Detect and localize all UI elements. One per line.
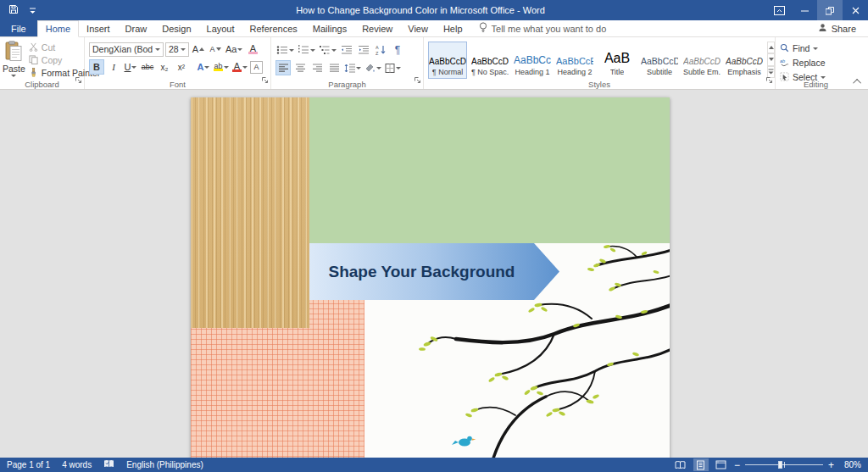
paragraph-dialog-launcher[interactable] <box>414 72 421 87</box>
ribbon-display-options-button[interactable] <box>766 0 792 20</box>
wood-texture-image[interactable] <box>191 97 309 328</box>
zoom-slider[interactable] <box>745 458 823 471</box>
align-center-button[interactable] <box>292 60 308 75</box>
change-case-button[interactable]: Aa <box>225 42 243 57</box>
strikethrough-button[interactable]: abc <box>140 59 155 75</box>
bold-button[interactable]: B <box>89 59 104 75</box>
clipboard-group-label: Clipboard <box>0 80 84 89</box>
font-dialog-launcher[interactable] <box>261 72 269 87</box>
tab-help[interactable]: Help <box>436 20 470 36</box>
customize-quick-access-icon[interactable] <box>29 3 36 18</box>
branch-illustration-top[interactable] <box>559 243 670 300</box>
scroll-down-arrow-icon <box>769 58 774 61</box>
tab-home[interactable]: Home <box>37 20 79 37</box>
zoom-slider-thumb[interactable] <box>778 461 782 469</box>
zoom-in-button[interactable]: + <box>828 459 834 471</box>
tab-file[interactable]: File <box>0 20 37 36</box>
text-effects-dropdown-arrow-icon <box>204 66 209 69</box>
subscript-button[interactable]: x₂ <box>157 59 172 75</box>
style-title[interactable]: AaB Title <box>598 42 637 79</box>
replace-label: Replace <box>793 58 826 68</box>
minimize-button[interactable] <box>792 0 817 20</box>
style-heading-1[interactable]: AaBbCc Heading 1 <box>513 42 552 79</box>
clear-formatting-button[interactable]: A <box>245 42 260 57</box>
style-emphasis[interactable]: AaBbCcDd Emphasis <box>725 42 764 79</box>
read-mode-button[interactable] <box>673 458 688 471</box>
paste-button[interactable]: Paste <box>3 39 25 79</box>
tab-insert[interactable]: Insert <box>79 20 118 36</box>
underline-button[interactable]: U <box>123 59 138 75</box>
quick-access-toolbar <box>0 3 75 18</box>
justify-button[interactable] <box>326 60 342 75</box>
close-button[interactable] <box>843 0 868 20</box>
cut-label: Cut <box>42 42 55 53</box>
document-area: Shape Your Background <box>0 90 868 458</box>
tell-me-box[interactable]: Tell me what you want to do <box>479 20 607 36</box>
zoom-level[interactable]: 80% <box>839 460 861 469</box>
find-button[interactable]: Find <box>780 42 852 54</box>
font-color-button[interactable]: A <box>231 59 248 75</box>
zoom-out-button[interactable]: − <box>734 459 740 471</box>
superscript-button[interactable]: x² <box>174 59 189 75</box>
numbering-button[interactable] <box>297 42 316 58</box>
styles-scroll-up-button[interactable] <box>767 42 775 53</box>
text-highlight-button[interactable]: ab <box>213 59 230 75</box>
sort-button[interactable]: AZ <box>373 42 388 58</box>
style-no-spacing[interactable]: AaBbCcDd ¶ No Spac... <box>470 42 509 79</box>
line-spacing-dropdown-arrow-icon <box>356 67 361 69</box>
styles-scroll-down-button[interactable] <box>767 53 775 65</box>
print-layout-button[interactable] <box>693 458 709 471</box>
styles-dialog-launcher[interactable] <box>765 72 773 87</box>
text-effects-button[interactable]: A <box>196 59 211 75</box>
grow-font-arrow-icon <box>199 47 204 51</box>
word-count[interactable]: 4 words <box>62 460 92 469</box>
decrease-indent-button[interactable] <box>339 42 354 58</box>
tab-draw[interactable]: Draw <box>118 20 155 36</box>
find-magnifier-icon <box>780 43 789 54</box>
share-button[interactable]: Share <box>818 20 856 36</box>
grow-font-button[interactable]: A <box>191 42 206 57</box>
web-layout-button[interactable] <box>714 458 729 471</box>
page-indicator[interactable]: Page 1 of 1 <box>7 460 50 469</box>
show-hide-formatting-button[interactable]: ¶ <box>390 42 405 58</box>
multilevel-list-button[interactable] <box>318 42 337 58</box>
line-spacing-button[interactable] <box>343 60 362 75</box>
proofing-status-icon[interactable] <box>103 459 114 470</box>
document-page[interactable]: Shape Your Background <box>191 97 670 458</box>
blue-bird-illustration <box>452 436 476 447</box>
italic-button[interactable]: I <box>106 59 121 75</box>
save-icon[interactable] <box>8 3 19 18</box>
replace-button[interactable]: ab Replace <box>780 57 852 69</box>
branch-illustration-bottom[interactable] <box>364 300 670 458</box>
font-size-combobox[interactable]: 28 <box>165 42 189 57</box>
tab-design[interactable]: Design <box>154 20 198 36</box>
scroll-up-arrow-icon <box>769 46 774 49</box>
borders-button[interactable] <box>384 60 402 75</box>
collapse-ribbon-button[interactable] <box>852 76 864 86</box>
restore-button[interactable] <box>817 0 843 20</box>
banner-arrow-shape[interactable]: Shape Your Background <box>309 243 559 300</box>
shading-button[interactable] <box>364 60 382 75</box>
language-indicator[interactable]: English (Philippines) <box>126 460 203 469</box>
increase-indent-button[interactable] <box>356 42 371 58</box>
style-heading-2[interactable]: AaBbCcE Heading 2 <box>555 42 594 79</box>
tab-references[interactable]: References <box>242 20 305 36</box>
shrink-font-button[interactable]: A <box>208 42 223 57</box>
tab-review[interactable]: Review <box>354 20 400 36</box>
tab-layout[interactable]: Layout <box>199 20 242 36</box>
tab-view[interactable]: View <box>400 20 436 36</box>
style-normal[interactable]: AaBbCcDd ¶ Normal <box>428 42 467 79</box>
green-rectangle-shape[interactable] <box>309 97 670 243</box>
styles-gallery: AaBbCcDd ¶ Normal AaBbCcDd ¶ No Spac... … <box>426 39 765 78</box>
tab-mailings[interactable]: Mailings <box>305 20 354 36</box>
align-right-button[interactable] <box>309 60 325 75</box>
numbering-dropdown-arrow-icon <box>310 49 315 52</box>
style-subtle-emphasis[interactable]: AaBbCcDd Subtle Em... <box>682 42 721 79</box>
styles-group-label: Styles <box>424 80 775 89</box>
clipboard-group: Paste Cut Copy <box>0 37 85 89</box>
clipboard-dialog-launcher[interactable] <box>75 72 82 87</box>
style-subtitle[interactable]: AaBbCcD Subtitle <box>640 42 679 79</box>
font-name-combobox[interactable]: DengXian (Bod <box>89 42 164 57</box>
align-left-button[interactable] <box>275 60 291 75</box>
bullets-button[interactable] <box>275 42 295 58</box>
